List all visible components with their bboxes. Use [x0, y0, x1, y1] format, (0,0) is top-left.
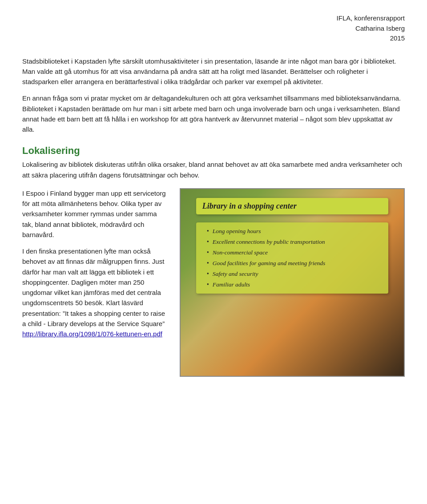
slide-list-item: Excellent connections by public transpor…: [207, 238, 380, 246]
paragraph-1: Stadsbiblioteket i Kapstaden lyfte särsk…: [22, 56, 405, 87]
left-col-paragraph-1: I Espoo i Finland bygger man upp ett ser…: [22, 188, 169, 240]
header-line2: Catharina Isberg: [22, 24, 405, 34]
slide-list-item: Good facilities for gaming and meeting f…: [207, 260, 380, 267]
slide-list-item: Long opening hours: [207, 228, 380, 235]
slide-inner: Library in a shopping center Long openin…: [181, 189, 404, 376]
slide-list-item: Familiar adults: [207, 281, 380, 288]
two-column-section: I Espoo i Finland bygger man upp ett ser…: [22, 188, 405, 377]
left-col-paragraph-2: I den finska presentationen lyfte man oc…: [22, 246, 169, 339]
slide-title-bar: Library in a shopping center: [196, 198, 388, 214]
document-header: IFLA, konferensrapport Catharina Isberg …: [22, 13, 405, 44]
paragraph-2: En annan fråga som vi pratar mycket om ä…: [22, 93, 405, 134]
paragraph-3: Lokalisering av bibliotek diskuteras uti…: [22, 159, 405, 180]
slide-title: Library in a shopping center: [202, 202, 382, 211]
header-line3: 2015: [22, 33, 405, 44]
left-col-p2-text: I den finska presentationen lyfte man oc…: [22, 247, 165, 327]
slide-list-item: Safety and security: [207, 270, 380, 278]
section-heading-lokalisering: Lokalisering: [22, 145, 405, 157]
slide-list-item: Non-commercial space: [207, 249, 380, 256]
left-column: I Espoo i Finland bygger man upp ett ser…: [22, 188, 169, 377]
presentation-link[interactable]: http://library.ifla.org/1098/1/076-kettu…: [22, 330, 162, 338]
slide-image: Library in a shopping center Long openin…: [180, 188, 405, 377]
header-line1: IFLA, konferensrapport: [22, 13, 405, 24]
right-column: Library in a shopping center Long openin…: [180, 188, 405, 377]
slide-list-box: Long opening hoursExcellent connections …: [196, 222, 388, 294]
